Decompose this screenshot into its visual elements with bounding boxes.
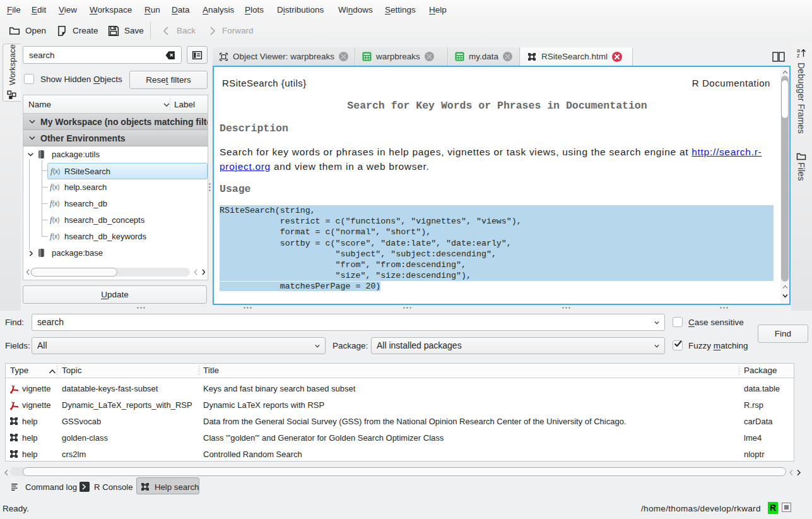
svg-text:z: z: [797, 52, 800, 58]
